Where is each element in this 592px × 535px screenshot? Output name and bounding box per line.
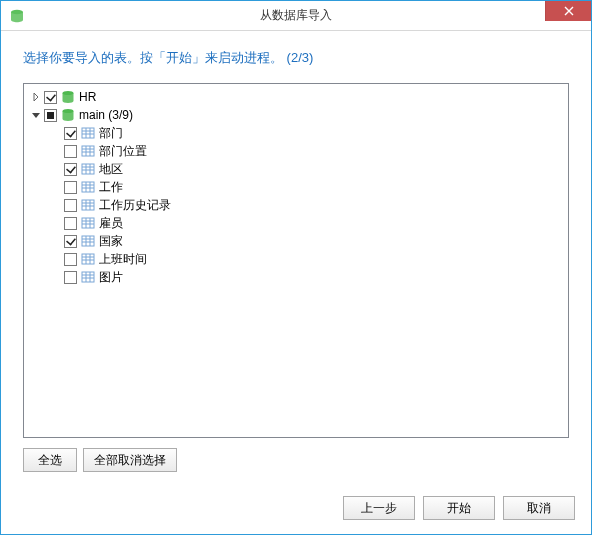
svg-rect-8 <box>82 146 94 156</box>
table-icon <box>81 144 95 158</box>
back-button[interactable]: 上一步 <box>343 496 415 520</box>
table-label: 部门位置 <box>99 143 147 160</box>
table-row[interactable]: 地区 <box>26 160 566 178</box>
table-icon <box>81 162 95 176</box>
checkbox[interactable] <box>64 181 77 194</box>
database-icon <box>61 108 75 122</box>
svg-rect-13 <box>82 164 94 174</box>
table-label: 工作 <box>99 179 123 196</box>
dialog-footer: 上一步 开始 取消 <box>1 484 591 534</box>
table-row[interactable]: 部门 <box>26 124 566 142</box>
table-label: 工作历史记录 <box>99 197 171 214</box>
close-icon <box>564 6 574 16</box>
table-label: 国家 <box>99 233 123 250</box>
instruction-text: 选择你要导入的表。按「开始」来启动进程。 (2/3) <box>23 49 569 67</box>
deselect-all-button[interactable]: 全部取消选择 <box>83 448 177 472</box>
main-tables: 部门部门位置地区工作工作历史记录雇员国家上班时间图片 <box>26 124 566 286</box>
selection-buttons: 全选 全部取消选择 <box>23 448 569 472</box>
checkbox[interactable] <box>44 109 57 122</box>
db-row-main[interactable]: main (3/9) <box>26 106 566 124</box>
table-row[interactable]: 工作 <box>26 178 566 196</box>
table-row[interactable]: 工作历史记录 <box>26 196 566 214</box>
tree-pane[interactable]: HR main (3/9) 部门部门位置地区工作工作历史记录雇员国家上班时间图片 <box>23 83 569 438</box>
db-label: HR <box>79 90 96 104</box>
checkbox[interactable] <box>64 163 77 176</box>
dialog-window: 从数据库导入 选择你要导入的表。按「开始」来启动进程。 (2/3) HR <box>0 0 592 535</box>
window-title: 从数据库导入 <box>1 7 591 24</box>
svg-rect-43 <box>82 272 94 282</box>
checkbox[interactable] <box>64 145 77 158</box>
database-icon <box>61 90 75 104</box>
table-row[interactable]: 国家 <box>26 232 566 250</box>
table-label: 上班时间 <box>99 251 147 268</box>
title-bar: 从数据库导入 <box>1 1 591 31</box>
table-label: 地区 <box>99 161 123 178</box>
checkbox[interactable] <box>64 271 77 284</box>
table-icon <box>81 126 95 140</box>
collapse-icon[interactable] <box>30 109 42 121</box>
checkbox[interactable] <box>64 253 77 266</box>
table-icon <box>81 270 95 284</box>
cancel-button[interactable]: 取消 <box>503 496 575 520</box>
table-icon <box>81 198 95 212</box>
app-icon <box>9 8 25 24</box>
checkbox[interactable] <box>64 217 77 230</box>
svg-rect-18 <box>82 182 94 192</box>
db-label: main (3/9) <box>79 108 133 122</box>
close-button[interactable] <box>545 1 591 21</box>
svg-rect-28 <box>82 218 94 228</box>
svg-rect-3 <box>82 128 94 138</box>
table-row[interactable]: 图片 <box>26 268 566 286</box>
table-label: 雇员 <box>99 215 123 232</box>
dialog-content: 选择你要导入的表。按「开始」来启动进程。 (2/3) HR <box>1 31 591 484</box>
start-button[interactable]: 开始 <box>423 496 495 520</box>
checkbox[interactable] <box>64 199 77 212</box>
table-icon <box>81 180 95 194</box>
db-name: main <box>79 108 105 122</box>
db-row-hr[interactable]: HR <box>26 88 566 106</box>
table-label: 部门 <box>99 125 123 142</box>
svg-rect-38 <box>82 254 94 264</box>
checkbox[interactable] <box>64 127 77 140</box>
checkbox[interactable] <box>44 91 57 104</box>
table-label: 图片 <box>99 269 123 286</box>
table-icon <box>81 234 95 248</box>
checkbox[interactable] <box>64 235 77 248</box>
table-icon <box>81 216 95 230</box>
svg-rect-23 <box>82 200 94 210</box>
table-row[interactable]: 部门位置 <box>26 142 566 160</box>
db-count: (3/9) <box>108 108 133 122</box>
expand-icon[interactable] <box>30 91 42 103</box>
table-row[interactable]: 雇员 <box>26 214 566 232</box>
table-row[interactable]: 上班时间 <box>26 250 566 268</box>
table-icon <box>81 252 95 266</box>
svg-rect-33 <box>82 236 94 246</box>
select-all-button[interactable]: 全选 <box>23 448 77 472</box>
